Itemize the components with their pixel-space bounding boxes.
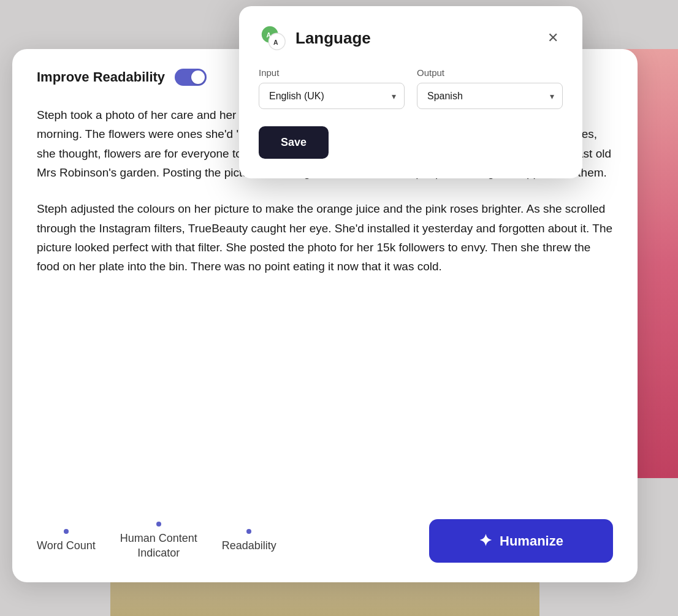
input-select-wrapper: English (UK) English (US) French German … bbox=[259, 83, 405, 109]
sparkle-icon: ✦ bbox=[479, 531, 492, 550]
language-modal: A A Language ✕ Input English (UK) Englis… bbox=[239, 6, 582, 178]
input-language-select[interactable]: English (UK) English (US) French German … bbox=[259, 83, 405, 109]
modal-title: Language bbox=[295, 29, 371, 48]
stat-word-count[interactable]: Word Count bbox=[37, 529, 96, 553]
modal-close-button[interactable]: ✕ bbox=[543, 28, 563, 48]
modal-title-group: A A Language bbox=[259, 23, 371, 53]
stat-readability[interactable]: Readability bbox=[222, 529, 276, 553]
word-count-dot bbox=[64, 529, 69, 534]
output-label: Output bbox=[417, 67, 563, 78]
svg-text:A: A bbox=[267, 31, 272, 39]
stat-human-content[interactable]: Human ContentIndicator bbox=[120, 522, 197, 560]
input-select-group: Input English (UK) English (US) French G… bbox=[259, 67, 405, 109]
human-content-dot bbox=[156, 522, 161, 527]
readability-dot bbox=[246, 529, 251, 534]
readability-toggle[interactable] bbox=[175, 69, 207, 86]
modal-header: A A Language ✕ bbox=[259, 23, 563, 53]
humanize-button[interactable]: ✦ Humanize bbox=[429, 519, 613, 563]
readability-label: Readability bbox=[222, 539, 276, 553]
language-icon: A A bbox=[259, 23, 288, 53]
bottom-bar: Word Count Human ContentIndicator Readab… bbox=[37, 519, 613, 563]
input-label: Input bbox=[259, 67, 405, 78]
toggle-label: Improve Readability bbox=[37, 69, 165, 85]
output-language-select[interactable]: Spanish French German Italian Portuguese bbox=[417, 83, 563, 109]
svg-text:A: A bbox=[273, 39, 278, 46]
modal-selects: Input English (UK) English (US) French G… bbox=[259, 67, 563, 109]
human-content-label: Human ContentIndicator bbox=[120, 531, 197, 560]
modal-save-button[interactable]: Save bbox=[259, 126, 329, 159]
word-count-label: Word Count bbox=[37, 539, 96, 553]
output-select-wrapper: Spanish French German Italian Portuguese… bbox=[417, 83, 563, 109]
output-select-group: Output Spanish French German Italian Por… bbox=[417, 67, 563, 109]
article-paragraph-2: Steph adjusted the colours on her pictur… bbox=[37, 199, 613, 276]
humanize-label: Humanize bbox=[500, 533, 563, 549]
